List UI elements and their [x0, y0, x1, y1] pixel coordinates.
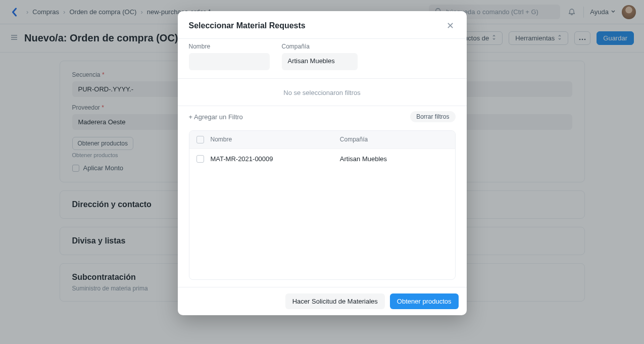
select-all-checkbox[interactable] [196, 136, 204, 143]
modal-company-input[interactable]: Artisan Muebles [282, 53, 358, 70]
close-icon[interactable]: ✕ [445, 20, 456, 31]
modal-name-label: Nombre [189, 43, 270, 50]
results-table: Nombre Compañía MAT-MR-2021-00009 Artisa… [189, 130, 456, 280]
modal-company-label: Compañía [282, 43, 358, 50]
row-checkbox[interactable] [196, 155, 204, 163]
modal-header: Seleccionar Material Requests ✕ [178, 11, 467, 38]
modal-body: Nombre Compañía Artisan Muebles No se se… [178, 39, 467, 287]
th-name: Nombre [211, 136, 340, 143]
modal-name-input[interactable] [189, 53, 270, 70]
get-products-primary-button[interactable]: Obtener productos [390, 293, 459, 309]
modal-footer: Hacer Solicitud de Materiales Obtener pr… [178, 287, 467, 315]
table-row[interactable]: MAT-MR-2021-00009 Artisan Muebles [189, 149, 455, 169]
make-request-label: Hacer Solicitud de Materiales [292, 298, 378, 305]
make-request-button[interactable]: Hacer Solicitud de Materiales [285, 293, 385, 309]
add-filter-button[interactable]: + Agregar un Filtro [189, 113, 243, 121]
clear-filters-button[interactable]: Borrar filtros [410, 111, 455, 122]
modal-title: Seleccionar Material Requests [189, 21, 445, 30]
no-filters-text: No se seleccionaron filtros [189, 79, 456, 106]
modal-overlay: Seleccionar Material Requests ✕ Nombre C… [0, 0, 644, 344]
cell-name: MAT-MR-2021-00009 [211, 155, 340, 163]
get-products-primary-label: Obtener productos [397, 298, 452, 305]
cell-company: Artisan Muebles [340, 155, 448, 163]
th-company: Compañía [340, 136, 448, 143]
material-requests-modal: Seleccionar Material Requests ✕ Nombre C… [178, 11, 467, 315]
table-header: Nombre Compañía [189, 131, 455, 149]
